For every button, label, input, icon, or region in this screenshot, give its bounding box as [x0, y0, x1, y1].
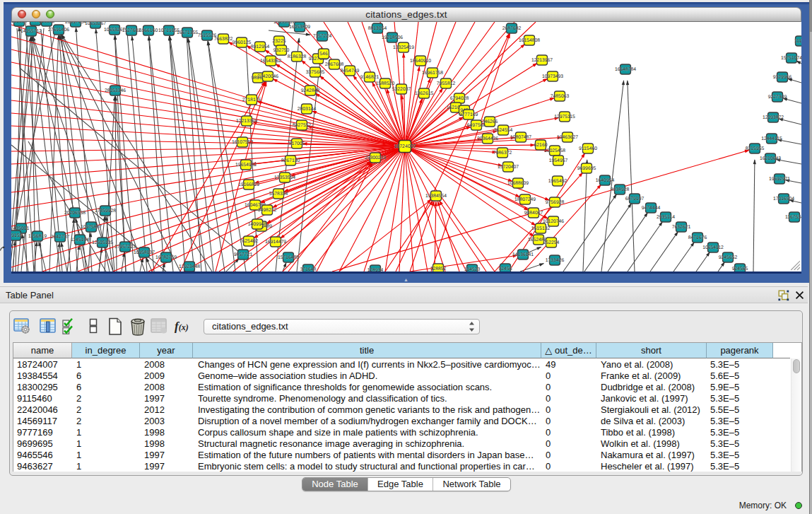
svg-text:106532: 106532: [39, 22, 55, 24]
svg-text:8215955: 8215955: [746, 146, 765, 151]
svg-text:19218506: 19218506: [382, 35, 403, 40]
svg-text:10688609: 10688609: [507, 181, 529, 186]
svg-text:7955812: 7955812: [437, 81, 456, 86]
svg-text:8427552: 8427552: [293, 123, 312, 128]
svg-text:14055712: 14055712: [20, 29, 42, 34]
svg-text:16914479: 16914479: [265, 240, 286, 245]
svg-text:2718176: 2718176: [242, 98, 261, 103]
svg-text:8186328: 8186328: [288, 54, 307, 59]
svg-text:5322037: 5322037: [392, 87, 411, 92]
svg-text:9146821: 9146821: [360, 75, 379, 80]
svg-text:16671355: 16671355: [177, 30, 198, 35]
svg-text:9756928: 9756928: [546, 200, 565, 205]
svg-text:19463627: 19463627: [557, 135, 578, 140]
svg-text:15751074: 15751074: [781, 56, 801, 61]
svg-text:17016504: 17016504: [773, 197, 794, 201]
svg-text:546: 546: [319, 52, 328, 57]
svg-text:9227349: 9227349: [768, 95, 787, 100]
svg-text:10973493: 10973493: [542, 74, 563, 79]
svg-text:15716485: 15716485: [278, 255, 299, 260]
svg-text:1954957: 1954957: [549, 158, 568, 163]
svg-text:10975887: 10975887: [81, 225, 102, 230]
svg-text:25300233: 25300233: [365, 156, 386, 160]
svg-text:1640954: 1640954: [596, 178, 615, 183]
svg-text:9474444: 9474444: [642, 206, 661, 211]
svg-text:1145194: 1145194: [71, 238, 89, 243]
svg-text:1733426: 1733426: [546, 258, 565, 263]
svg-text:19166829: 19166829: [238, 182, 259, 187]
svg-text:8454749: 8454749: [341, 69, 360, 74]
svg-text:3498222: 3498222: [258, 208, 277, 213]
svg-text:10807487: 10807487: [510, 135, 531, 140]
svg-text:14136141: 14136141: [512, 252, 534, 257]
svg-text:19692971: 19692971: [769, 177, 790, 182]
svg-text:1409948: 1409948: [248, 222, 267, 227]
svg-text:19384554: 19384554: [425, 194, 447, 199]
svg-text:19654982: 19654982: [235, 163, 257, 168]
svg-text:28053346: 28053346: [105, 88, 126, 93]
svg-text:128852: 128852: [430, 267, 447, 271]
svg-text:13353594: 13353594: [274, 175, 295, 180]
svg-text:9242848: 9242848: [301, 88, 320, 93]
svg-text:18807249: 18807249: [514, 197, 536, 202]
svg-text:20997134: 20997134: [65, 22, 86, 25]
svg-text:252254: 252254: [543, 240, 560, 245]
svg-text:7357224: 7357224: [313, 34, 332, 39]
svg-text:18640910: 18640910: [410, 59, 431, 64]
svg-text:12975115: 12975115: [554, 115, 575, 119]
svg-text:160538: 160538: [11, 22, 28, 24]
svg-text:932750: 932750: [273, 48, 290, 53]
svg-text:2935114: 2935114: [657, 215, 675, 220]
svg-text:1588520: 1588520: [376, 81, 395, 86]
svg-text:17359928: 17359928: [95, 209, 116, 214]
svg-text:9699695: 9699695: [577, 166, 596, 171]
svg-text:5578334: 5578334: [269, 192, 288, 197]
svg-text:12093872: 12093872: [763, 115, 784, 120]
svg-text:11171: 11171: [794, 39, 801, 44]
svg-text:9960125: 9960125: [233, 40, 252, 45]
svg-text:8813054: 8813054: [368, 26, 387, 31]
svg-text:9777169: 9777169: [459, 112, 478, 117]
svg-text:16543362: 16543362: [260, 59, 281, 64]
svg-text:12505135: 12505135: [92, 240, 113, 245]
svg-text:12213967: 12213967: [531, 58, 553, 63]
svg-text:9329966: 9329966: [773, 75, 792, 80]
svg-text:16107552: 16107552: [232, 140, 253, 145]
svg-text:12444115: 12444115: [761, 136, 782, 141]
svg-text:2803144: 2803144: [298, 107, 317, 112]
svg-text:1362615: 1362615: [415, 91, 434, 96]
svg-text:18724007: 18724007: [394, 144, 416, 149]
svg-text:3375685: 3375685: [306, 70, 325, 75]
svg-text:39159: 39159: [11, 233, 23, 238]
svg-text:92456: 92456: [499, 267, 512, 271]
svg-text:2867608: 2867608: [325, 62, 344, 67]
svg-text:23225: 23225: [273, 39, 286, 44]
svg-text:746266: 746266: [482, 119, 498, 124]
svg-text:6966160: 6966160: [139, 28, 158, 33]
svg-text:9084067: 9084067: [524, 211, 543, 216]
svg-text:7986372: 7986372: [493, 151, 512, 156]
svg-text:27691406: 27691406: [48, 28, 69, 33]
svg-text:9857721: 9857721: [234, 252, 253, 257]
svg-text:20364436: 20364436: [477, 136, 498, 141]
svg-text:10654112: 10654112: [702, 245, 724, 250]
svg-text:16782759: 16782759: [155, 255, 177, 260]
svg-text:1965492: 1965492: [548, 179, 567, 184]
svg-text:8267130: 8267130: [281, 158, 300, 163]
svg-text:1527602: 1527602: [122, 28, 141, 33]
svg-text:16648784: 16648784: [615, 67, 636, 72]
svg-text:7663822: 7663822: [214, 37, 233, 42]
svg-text:6794028: 6794028: [450, 96, 469, 101]
svg-text:9245652: 9245652: [719, 255, 738, 260]
svg-text:3624554: 3624554: [494, 128, 513, 133]
svg-text:12923448: 12923448: [179, 264, 200, 269]
svg-text:1156819: 1156819: [28, 234, 47, 239]
svg-text:10653267: 10653267: [85, 22, 106, 26]
svg-text:8471676: 8471676: [688, 235, 707, 240]
svg-text:62160: 62160: [534, 143, 548, 148]
svg-text:7632621: 7632621: [672, 225, 691, 230]
svg-text:9115460: 9115460: [579, 146, 597, 151]
svg-text:20206538: 20206538: [64, 211, 86, 216]
svg-text:22420046: 22420046: [257, 74, 278, 79]
svg-text:2687682: 2687682: [502, 26, 522, 31]
